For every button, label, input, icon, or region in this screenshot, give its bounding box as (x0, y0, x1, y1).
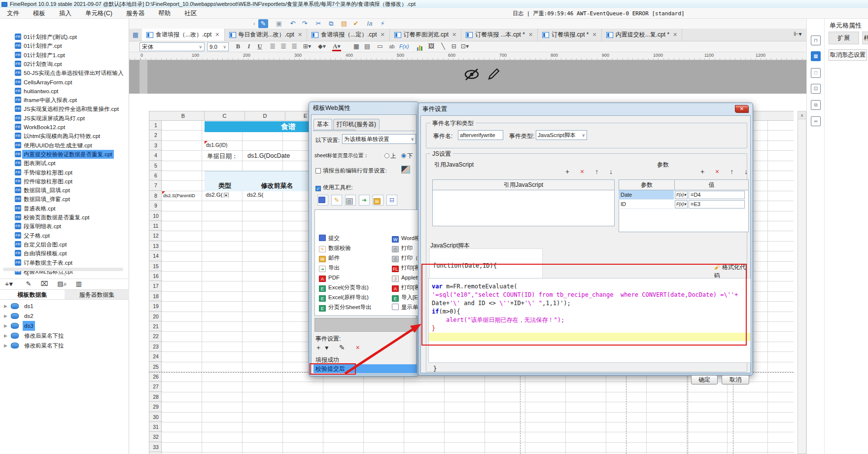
row-header[interactable]: 8 (149, 191, 162, 201)
row-header[interactable]: 9 (149, 201, 162, 210)
row-header[interactable]: 33 (149, 443, 162, 452)
cell-c7[interactable]: 类型 (205, 181, 245, 190)
param-row[interactable]: Date F(x)▾ =D4 (619, 190, 749, 200)
page-setup-toolbar-icon[interactable]: ⊟ (386, 195, 397, 206)
dataset-item[interactable]: ▶ ds2 (0, 311, 129, 321)
ok-button[interactable]: 确定 (691, 375, 718, 384)
dialog-tab[interactable]: 打印机(服务器) (333, 119, 380, 130)
row-header[interactable]: 25 (149, 362, 162, 372)
file-tree-item[interactable]: FR 段落明细表.cpt (0, 222, 129, 231)
cell-c3[interactable]: ds1.G(ID) (206, 142, 245, 148)
tab-expand[interactable]: 扩展 (829, 32, 859, 44)
row-header[interactable]: 24 (149, 352, 162, 361)
dataset-item[interactable]: ▶ 修改后菜名下拉 (0, 331, 129, 341)
bold-icon[interactable]: B (234, 42, 243, 51)
cell-attributes-icon[interactable]: ▦ (811, 51, 821, 61)
param-row[interactable]: ID F(x)▾ =E3 (619, 200, 749, 209)
code-line[interactable]: var m=FR.remoteEvaluate( (429, 282, 750, 291)
code-line[interactable]: if(m>0){ (429, 308, 750, 316)
script-editor[interactable]: var m=FR.remoteEvaluate('=sql("e10","sel… (428, 278, 751, 363)
file-tree-item[interactable]: FR 图表测试.cpt (0, 159, 129, 168)
format-code-button[interactable]: 🖌格式化代码 (714, 263, 747, 280)
edit-mode-icon[interactable]: ✎ (258, 19, 268, 28)
undo-icon[interactable]: ↶ (288, 19, 298, 28)
row-header[interactable]: 27 (149, 382, 162, 391)
file-tree-item[interactable]: FR 数据回填_弹窗.cpt (0, 195, 129, 204)
toolbar-list-item[interactable]: ➜导出 (319, 263, 393, 273)
cell-c8[interactable]: ds2.G(▾ (206, 192, 235, 198)
edit-dataset-icon[interactable]: ✎ (24, 279, 34, 288)
redo-icon[interactable]: ↷ (300, 19, 310, 28)
close-tab-icon[interactable]: ✕ (214, 32, 219, 38)
tab-overflow-icon[interactable]: ⊩▾ (794, 31, 801, 37)
toolbar-list-item[interactable]: APDF (319, 273, 393, 283)
row-header[interactable]: 16 (149, 272, 162, 281)
param-name[interactable]: ID (619, 200, 674, 209)
row-header[interactable]: 11 (149, 221, 162, 231)
file-tree-item[interactable]: FR 数据回填_回填.cpt (0, 186, 129, 195)
code-line[interactable]: alert("该单据日期已存在，无法保存！"); (429, 316, 750, 324)
menu-item[interactable]: 帮助 (151, 8, 177, 19)
ref-js-body[interactable] (432, 190, 615, 226)
add-event-icon[interactable]: +▾ (316, 344, 333, 351)
menu-item[interactable]: 社区 (177, 8, 204, 19)
expand-arrow-icon[interactable]: ▶ (4, 331, 7, 341)
fill-color-icon[interactable]: ◆▾ (317, 42, 326, 51)
event-list-row[interactable]: 校验提交后 (313, 364, 417, 373)
close-tab-icon[interactable]: ✕ (297, 32, 302, 38)
menu-item[interactable]: 模板 (26, 8, 52, 19)
vertical-scrollbar[interactable]: ∧ (798, 111, 806, 454)
row-header[interactable]: 1 (149, 121, 162, 130)
font-family-select[interactable]: 宋体∨ (139, 42, 205, 51)
paste-icon[interactable]: ▤ (339, 19, 349, 28)
event-type-select[interactable]: JavaScript脚本∨ (536, 130, 587, 140)
row-header[interactable]: 18 (149, 292, 162, 301)
row-header[interactable]: 2 (149, 131, 162, 140)
close-tab-icon[interactable]: ✕ (451, 32, 456, 38)
file-tree-item[interactable]: FR 校验页面数据是否重复.cpt (0, 213, 129, 222)
toolbar-list-item[interactable]: FL打印[客 (392, 263, 419, 273)
font-size-select[interactable]: 9.0∨ (207, 42, 229, 51)
bg-color-picker[interactable] (401, 166, 410, 174)
slant-line-icon[interactable]: ╲ (439, 42, 448, 51)
toolbar-list-item[interactable]: ⎙打印 (392, 244, 419, 253)
file-tree-item[interactable]: FR 订单数据主子表.cpt (0, 258, 129, 267)
expand-arrow-icon[interactable]: ▶ (4, 311, 7, 321)
add-ref-icon[interactable]: + (565, 168, 574, 175)
dataset-settings-icon[interactable]: ▥ (74, 279, 84, 288)
close-tab-icon[interactable]: ✕ (527, 32, 533, 38)
toolbar-list-item[interactable]: EExcel(分页导出) (319, 283, 393, 293)
un-merge-icon[interactable]: ▤ (363, 42, 372, 51)
param-value-input[interactable]: =D4 (689, 191, 745, 199)
column-header[interactable]: C (205, 111, 245, 120)
file-tree-item[interactable]: FR 父子格.cpt (0, 231, 129, 240)
row-header[interactable]: 29 (149, 402, 162, 412)
toolbar-list-item[interactable]: ✎数据校验 (319, 244, 393, 253)
expand-arrow-icon[interactable]: ▶ (4, 321, 7, 331)
chart-icon[interactable] (415, 42, 424, 51)
row-header[interactable]: 28 (149, 392, 162, 402)
bg-edit-checkbox[interactable]: 填报当前编辑行背景设置: (315, 167, 387, 175)
cell-b8[interactable]: ds2.S(ParentID (163, 193, 204, 198)
event-name-input[interactable]: afterverifywrite (458, 130, 503, 140)
cancel-button[interactable]: 取消 (722, 375, 749, 384)
row-header[interactable]: 5 (149, 161, 162, 171)
preview-dataset-icon[interactable]: ▤⌕ (57, 279, 67, 288)
align-center-icon[interactable]: ☰ (279, 42, 288, 51)
scroll-up-icon[interactable]: ∧ (798, 111, 806, 119)
delete-dataset-icon[interactable]: ⌧ (39, 279, 49, 288)
font-tool-icon[interactable]: Ia (365, 19, 375, 28)
print-toolbar-icon[interactable]: ⎙ (345, 195, 356, 206)
document-tab[interactable]: 订餐界面浏览.cpt ✕ (390, 29, 462, 41)
cell-d4[interactable]: ds1.G(DocDate (247, 152, 309, 159)
collapse-left-icon[interactable]: ‹ (249, 19, 259, 28)
dialog-tab[interactable]: 基本 (313, 119, 332, 130)
row-header[interactable]: 14 (149, 251, 162, 261)
radio-top[interactable]: 上 (384, 152, 396, 160)
document-tab[interactable]: 食谱填报（...改）.cpt ✕ (142, 29, 225, 41)
row-header[interactable]: 26 (149, 372, 162, 382)
row-header[interactable]: 20 (149, 312, 162, 321)
row-header[interactable]: 3 (149, 141, 162, 150)
toolbar-list-item[interactable]: WWord格式 (392, 234, 419, 244)
edit-event-icon[interactable]: ✎ (339, 344, 349, 351)
